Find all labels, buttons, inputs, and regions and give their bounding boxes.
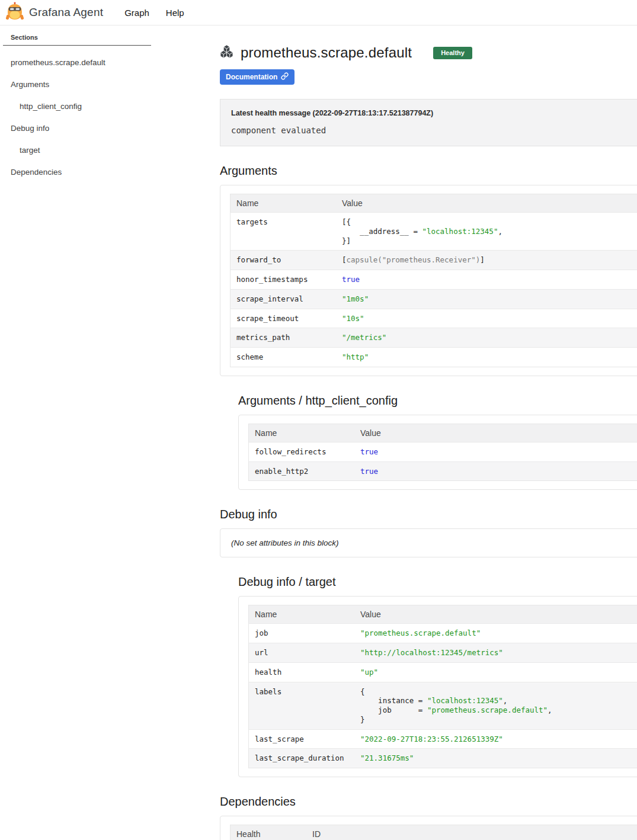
attribute-name-cell: targets: [231, 213, 337, 251]
page-title: prometheus.scrape.default: [241, 44, 412, 61]
table-row: scrape_interval"1m0s": [231, 289, 637, 309]
sidebar-item-http-client-config[interactable]: http_client_config: [11, 95, 220, 117]
attribute-value-cell: "http": [336, 348, 637, 367]
nav-help-link[interactable]: Help: [166, 8, 184, 18]
attribute-value-cell: [capsule("prometheus.Receiver")]: [336, 251, 637, 270]
attribute-value-cell: { instance = "localhost:12345", job = "p…: [354, 682, 637, 729]
attribute-name-cell: labels: [249, 682, 355, 729]
component-title-row: prometheus.scrape.default Healthy: [220, 44, 637, 61]
name-column-header: Name: [249, 424, 355, 442]
table-row: scrape_timeout"10s": [231, 309, 637, 328]
attribute-name-cell: forward_to: [231, 251, 337, 270]
top-nav: Graph Help: [124, 8, 184, 18]
attribute-value-cell: true: [336, 270, 637, 290]
main-content: prometheus.scrape.default Healthy Docume…: [220, 25, 637, 840]
link-icon: [281, 72, 289, 82]
attribute-name-cell: last_scrape_duration: [249, 749, 355, 768]
attribute-name-cell: scrape_timeout: [231, 309, 337, 328]
attribute-value-cell: "http://localhost:12345/metrics": [354, 643, 637, 663]
table-row: scheme"http": [231, 348, 637, 367]
debug-target-section-title: Debug info / target: [238, 575, 637, 589]
table-row: targets[{ __address__ = "localhost:12345…: [231, 213, 637, 251]
table-row: job"prometheus.scrape.default": [249, 624, 637, 643]
health-status-badge: Healthy: [433, 47, 472, 59]
dependencies-card: Health ID Healthyprometheus.remote_write…: [220, 816, 637, 840]
sidebar-title: Sections: [11, 34, 220, 41]
attribute-name-cell: health: [249, 662, 355, 682]
section-http-client-config: Arguments / http_client_config Name Valu…: [238, 394, 637, 490]
top-header: Grafana Agent Graph Help: [0, 0, 637, 25]
table-row: health"up": [249, 662, 637, 682]
sections-sidebar: Sections prometheus.scrape.defaultArgume…: [0, 25, 220, 183]
attribute-name-cell: enable_http2: [249, 461, 355, 481]
attribute-name-cell: follow_redirects: [249, 442, 355, 461]
cubes-icon: [220, 44, 233, 61]
name-column-header: Name: [249, 605, 355, 624]
documentation-button[interactable]: Documentation: [220, 69, 295, 85]
no-attributes-note: (No set attributes in this block): [230, 537, 637, 549]
arguments-table: Name Value targets[{ __address__ = "loca…: [230, 194, 637, 367]
section-debug-target: Debug info / target Name Value job"prome…: [238, 575, 637, 777]
arguments-card: Name Value targets[{ __address__ = "loca…: [220, 185, 637, 376]
health-message-label: Latest health message (2022-09-27T18:13:…: [231, 109, 637, 117]
table-row: metrics_path"/metrics": [231, 328, 637, 348]
table-row: forward_to[capsule("prometheus.Receiver"…: [231, 251, 637, 270]
arguments-section-title: Arguments: [220, 164, 637, 178]
attribute-value-cell: "10s": [336, 309, 637, 328]
section-arguments: Arguments Name Value targets[{ __address…: [220, 164, 637, 376]
nav-graph-link[interactable]: Graph: [124, 8, 149, 18]
sidebar-item-debug-info[interactable]: Debug info: [11, 117, 220, 139]
sidebar-item-arguments[interactable]: Arguments: [11, 73, 220, 95]
sidebar-item-list: prometheus.scrape.defaultArgumentshttp_c…: [11, 52, 220, 183]
debug-info-card: (No set attributes in this block): [220, 528, 637, 557]
table-row: follow_redirectstrue: [249, 442, 637, 461]
table-header-row: Health ID: [231, 825, 637, 840]
table-row: labels{ instance = "localhost:12345", jo…: [249, 682, 637, 729]
debug-target-card: Name Value job"prometheus.scrape.default…: [238, 596, 637, 777]
attribute-name-cell: scrape_interval: [231, 289, 337, 309]
table-row: last_scrape"2022-09-27T18:23:55.21265133…: [249, 729, 637, 749]
value-column-header: Value: [336, 194, 637, 213]
attribute-value-cell: "21.31675ms": [354, 749, 637, 768]
attribute-value-cell: "up": [354, 662, 637, 682]
brand-name: Grafana Agent: [29, 6, 103, 19]
id-column-header: ID: [306, 825, 637, 840]
http-client-config-section-title: Arguments / http_client_config: [238, 394, 637, 408]
documentation-button-label: Documentation: [226, 73, 277, 81]
table-header-row: Name Value: [249, 605, 637, 624]
attribute-value-cell: true: [354, 442, 637, 461]
value-column-header: Value: [354, 424, 637, 442]
table-row: enable_http2true: [249, 461, 637, 481]
dependencies-table: Health ID Healthyprometheus.remote_write…: [230, 825, 637, 840]
attribute-name-cell: url: [249, 643, 355, 663]
grafana-agent-logo-icon: [6, 2, 24, 23]
attribute-value-cell: "prometheus.scrape.default": [354, 624, 637, 643]
sidebar-item-target[interactable]: target: [11, 139, 220, 161]
table-header-row: Name Value: [249, 424, 637, 442]
attribute-value-cell: "/metrics": [336, 328, 637, 348]
attribute-name-cell: last_scrape: [249, 729, 355, 749]
sidebar-item-prometheus-scrape-default[interactable]: prometheus.scrape.default: [11, 52, 220, 73]
attribute-value-cell: [{ __address__ = "localhost:12345", }]: [336, 213, 637, 251]
attribute-value-cell: "1m0s": [336, 289, 637, 309]
table-row: honor_timestampstrue: [231, 270, 637, 290]
health-message-text: component evaluated: [231, 126, 637, 135]
debug-target-table: Name Value job"prometheus.scrape.default…: [248, 605, 637, 768]
attribute-value-cell: "2022-09-27T18:23:55.212651339Z": [354, 729, 637, 749]
attribute-value-cell: true: [354, 461, 637, 481]
attribute-name-cell: scheme: [231, 348, 337, 367]
attribute-name-cell: job: [249, 624, 355, 643]
debug-info-section-title: Debug info: [220, 508, 637, 521]
section-debug-info: Debug info (No set attributes in this bl…: [220, 508, 637, 557]
health-message-box: Latest health message (2022-09-27T18:13:…: [220, 99, 637, 146]
table-row: last_scrape_duration"21.31675ms": [249, 749, 637, 768]
brand[interactable]: Grafana Agent: [6, 2, 103, 23]
sidebar-item-dependencies[interactable]: Dependencies: [11, 161, 220, 183]
table-row: url"http://localhost:12345/metrics": [249, 643, 637, 663]
sidebar-divider: [3, 45, 151, 46]
value-column-header: Value: [354, 605, 637, 624]
name-column-header: Name: [231, 194, 337, 213]
health-column-header: Health: [231, 825, 307, 840]
section-dependencies: Dependencies Health ID Healthyprometheus…: [220, 795, 637, 840]
attribute-name-cell: metrics_path: [231, 328, 337, 348]
